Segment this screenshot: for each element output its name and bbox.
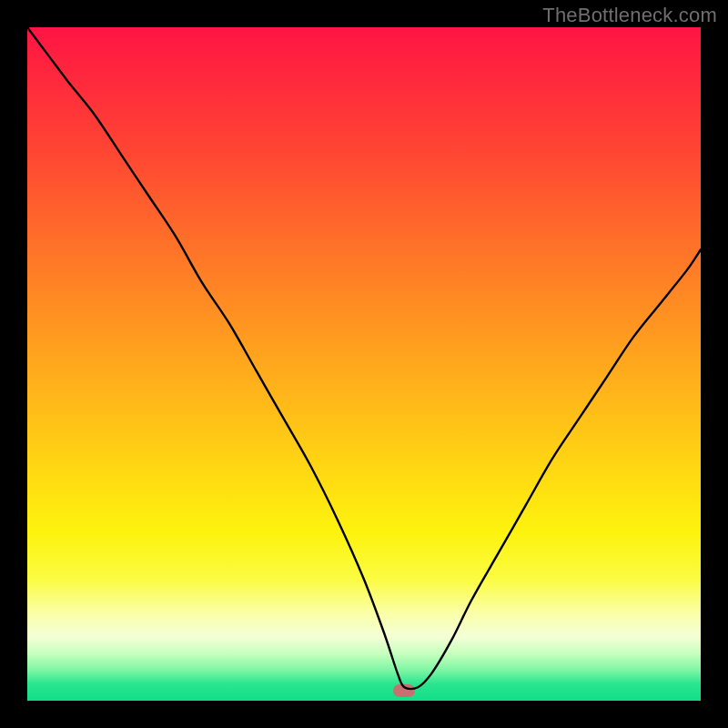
chart-frame: TheBottleneck.com: [0, 0, 728, 728]
watermark-text: TheBottleneck.com: [542, 4, 717, 27]
plot-area: [27, 27, 701, 701]
bottleneck-curve: [27, 27, 701, 701]
